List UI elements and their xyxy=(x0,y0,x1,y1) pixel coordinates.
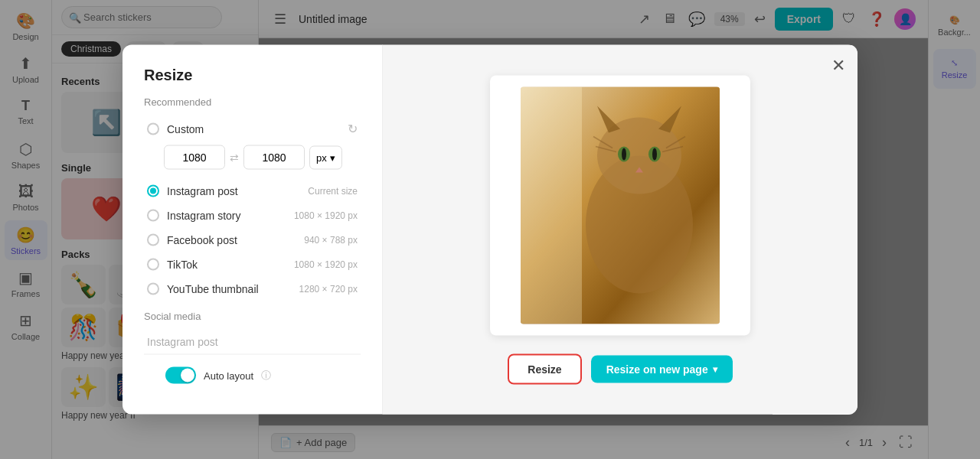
social-instagram-label: Instagram post xyxy=(147,336,358,348)
radio-instagram-story xyxy=(147,210,159,222)
refresh-icon[interactable]: ↻ xyxy=(348,122,358,136)
preview-image xyxy=(521,86,720,324)
option-custom-label: Custom xyxy=(167,122,340,135)
dialog-overlay: Resize Recommended Custom ↻ ⇄ px ▾ xyxy=(0,0,980,459)
resize-button[interactable]: Resize xyxy=(508,353,581,384)
unit-select[interactable]: px ▾ xyxy=(309,145,342,169)
dim-separator: ⇄ xyxy=(230,151,239,164)
option-facebook-post-size: 940 × 788 px xyxy=(304,235,358,246)
info-icon[interactable]: ⓘ xyxy=(261,369,271,382)
option-instagram-post[interactable]: Instagram post Current size xyxy=(144,179,361,203)
resize-dialog-left: Resize Recommended Custom ↻ ⇄ px ▾ xyxy=(122,45,383,415)
resize-new-label: Resize on new page xyxy=(606,363,708,375)
auto-layout-row: Auto layout ⓘ xyxy=(144,354,361,396)
resize-dialog: Resize Recommended Custom ↻ ⇄ px ▾ xyxy=(122,45,858,415)
option-instagram-post-label: Instagram post xyxy=(167,185,300,197)
social-label: Social media xyxy=(144,311,361,322)
height-input[interactable] xyxy=(243,145,305,170)
chevron-down-icon: ▾ xyxy=(713,363,717,374)
action-row: Resize Resize on new page ▾ xyxy=(508,353,732,384)
dimension-row: ⇄ px ▾ xyxy=(164,145,361,170)
option-youtube[interactable]: YouTube thumbnail 1280 × 720 px xyxy=(144,277,361,301)
option-youtube-size: 1280 × 720 px xyxy=(299,284,358,295)
option-custom[interactable]: Custom ↻ xyxy=(144,116,361,142)
radio-dot xyxy=(150,188,156,194)
radio-facebook-post xyxy=(147,234,159,246)
radio-custom xyxy=(147,122,159,135)
option-social-instagram[interactable]: Instagram post xyxy=(144,330,361,354)
svg-point-8 xyxy=(622,148,626,160)
auto-layout-toggle[interactable] xyxy=(165,367,196,384)
preview-box xyxy=(490,75,750,335)
option-tiktok-size: 1080 × 1920 px xyxy=(294,259,358,270)
radio-instagram-post xyxy=(147,185,159,197)
toggle-knob xyxy=(181,369,194,382)
radio-youtube xyxy=(147,283,159,295)
option-instagram-story-label: Instagram story xyxy=(167,210,286,222)
option-tiktok[interactable]: TikTok 1080 × 1920 px xyxy=(144,252,361,277)
option-youtube-label: YouTube thumbnail xyxy=(167,283,292,295)
social-section: Social media Instagram post xyxy=(144,311,361,354)
option-tiktok-label: TikTok xyxy=(167,259,286,271)
unit-label: px xyxy=(316,151,327,163)
cat-svg xyxy=(521,86,720,324)
unit-chevron-icon: ▾ xyxy=(330,151,335,163)
radio-tiktok xyxy=(147,259,159,271)
recommended-label: Recommended xyxy=(144,96,361,108)
svg-rect-1 xyxy=(521,86,582,324)
option-instagram-story[interactable]: Instagram story 1080 × 1920 px xyxy=(144,203,361,228)
close-button[interactable]: ✕ xyxy=(831,57,845,74)
auto-layout-label: Auto layout xyxy=(204,369,253,381)
svg-point-9 xyxy=(652,148,657,160)
current-size-label: Current size xyxy=(308,186,358,197)
option-facebook-post-label: Facebook post xyxy=(167,234,296,246)
option-instagram-story-size: 1080 × 1920 px xyxy=(294,210,358,221)
width-input[interactable] xyxy=(164,145,225,170)
resize-title: Resize xyxy=(144,67,361,84)
resize-on-new-page-button[interactable]: Resize on new page ▾ xyxy=(591,355,733,382)
resize-dialog-right: ✕ xyxy=(383,45,858,415)
option-facebook-post[interactable]: Facebook post 940 × 788 px xyxy=(144,228,361,252)
